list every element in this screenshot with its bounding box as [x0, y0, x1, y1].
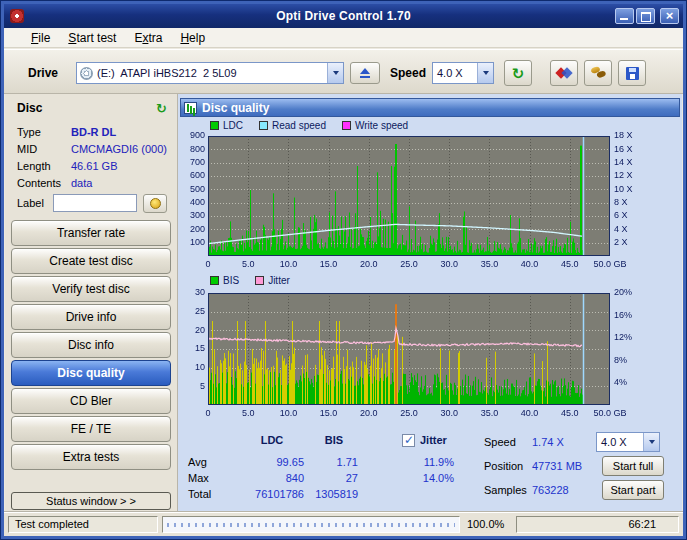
stat-max-bis: 27	[310, 472, 358, 484]
menu-item-start-test[interactable]: Start test	[59, 29, 125, 47]
disc-header-label: Disc	[17, 101, 42, 115]
drive-combo-arrow[interactable]	[327, 63, 343, 83]
jitter-checkbox-label: Jitter	[420, 434, 447, 446]
speed-row-label: Speed	[484, 436, 516, 448]
window-controls	[615, 8, 679, 24]
legend-item-ldc: LDC	[210, 120, 243, 131]
start-part-button[interactable]: Start part	[602, 480, 664, 500]
jitter-checkbox[interactable]	[402, 434, 415, 447]
disc-quality-panel: Disc quality LDC Read speed Write speed	[177, 94, 682, 513]
test-speed-arrow[interactable]	[643, 433, 659, 451]
menu-item-help[interactable]: Help	[171, 29, 214, 47]
info-label: Contents	[17, 177, 61, 189]
legend-item-read-speed: Read speed	[259, 120, 326, 131]
disc-refresh-icon[interactable]: ↻	[156, 102, 167, 115]
save-icon	[626, 67, 639, 80]
stat-row-label: Total	[188, 488, 211, 500]
app-window: Opti Drive Control 1.70 File Start test …	[0, 0, 687, 540]
minimize-button[interactable]	[615, 8, 634, 24]
chart-icon	[184, 102, 197, 114]
test-speed-select[interactable]: 4.0 X	[596, 432, 660, 452]
sidebar-item-transfer-rate[interactable]: Transfer rate	[11, 220, 171, 246]
speed-combo-value: 4.0 X	[433, 67, 463, 79]
eject-button[interactable]	[350, 62, 380, 84]
samples-value: 763228	[532, 484, 569, 496]
ldc-read-speed-chart	[180, 132, 680, 272]
position-row-label: Position	[484, 460, 523, 472]
bis-swatch-icon	[210, 276, 219, 285]
main-area: Disc ↻ Type BD-R DL MID CMCMAGDI6 (000) …	[5, 94, 682, 513]
jitter-swatch-icon	[255, 276, 264, 285]
stat-avg-ldc: 99.65	[240, 456, 304, 468]
speed-combo-arrow[interactable]	[477, 63, 493, 83]
position-value: 47731 MB	[532, 460, 582, 472]
stat-row-label: Avg	[188, 456, 207, 468]
read-speed-swatch-icon	[259, 121, 268, 130]
info-value: 46.61 GB	[71, 160, 117, 172]
chart2-legend: BIS Jitter	[210, 275, 290, 286]
sidebar-item-disc-info[interactable]: Disc info	[11, 332, 171, 358]
menu-item-extra[interactable]: Extra	[125, 29, 171, 47]
label-input[interactable]	[53, 194, 137, 212]
chart1-legend: LDC Read speed Write speed	[210, 120, 408, 131]
sidebar: Disc ↻ Type BD-R DL MID CMCMAGDI6 (000) …	[5, 94, 177, 513]
info-label: MID	[17, 143, 37, 155]
sidebar-item-fe-te[interactable]: FE / TE	[11, 416, 171, 442]
menubar: File Start test Extra Help	[4, 28, 683, 48]
stat-total-bis: 1305819	[310, 488, 358, 500]
info-row-contents: Contents data	[5, 177, 177, 192]
speed-label: Speed	[390, 66, 426, 80]
bis-jitter-chart	[180, 289, 680, 421]
eject-icon	[359, 68, 371, 79]
stat-max-jitter: 14.0%	[402, 472, 454, 484]
test-speed-value: 4.0 X	[597, 436, 627, 448]
client-area: Opti Drive Control 1.70 File Start test …	[4, 4, 683, 536]
window-title: Opti Drive Control 1.70	[4, 9, 683, 23]
disc-section-header: Disc ↻	[11, 98, 171, 118]
speed-combobox[interactable]: 4.0 X	[432, 62, 494, 84]
sidebar-item-drive-info[interactable]: Drive info	[11, 304, 171, 330]
save-button[interactable]	[618, 60, 646, 86]
beans-icon	[590, 66, 606, 80]
sidebar-item-extra-tests[interactable]: Extra tests	[11, 444, 171, 470]
donate-button[interactable]	[584, 60, 612, 86]
drive-combo-value: (E:) ATAPI iHBS212 2 5L09	[93, 67, 237, 79]
info-row-type: Type BD-R DL	[5, 126, 177, 141]
support-button[interactable]	[550, 60, 578, 86]
legend-item-write-speed: Write speed	[342, 120, 408, 131]
write-label-button[interactable]	[143, 194, 167, 213]
legend-item-bis: BIS	[210, 275, 239, 286]
close-button[interactable]	[660, 8, 679, 24]
stat-row-label: Max	[188, 472, 209, 484]
chevron-down-icon	[649, 440, 655, 444]
ldc-swatch-icon	[210, 121, 219, 130]
legend-label: LDC	[223, 120, 243, 131]
sidebar-item-verify-test-disc[interactable]: Verify test disc	[11, 276, 171, 302]
legend-label: Jitter	[268, 275, 290, 286]
stats-area: LDC BIS Jitter Avg 99.65 1.71 11.9% Max …	[180, 432, 680, 510]
menu-item-file[interactable]: File	[22, 29, 59, 47]
info-row-length: Length 46.61 GB	[5, 160, 177, 175]
refresh-icon: ↻	[512, 66, 525, 81]
maximize-button[interactable]	[636, 8, 655, 24]
sidebar-item-disc-quality[interactable]: Disc quality	[11, 360, 171, 386]
status-window-button[interactable]: Status window > >	[11, 492, 171, 510]
info-value: CMCMAGDI6 (000)	[71, 143, 167, 155]
titlebar: Opti Drive Control 1.70	[4, 4, 683, 28]
refresh-drives-button[interactable]: ↻	[504, 60, 532, 86]
progress-percent: 100.0%	[467, 518, 504, 530]
write-speed-swatch-icon	[342, 121, 351, 130]
chevron-down-icon	[333, 71, 339, 75]
sidebar-item-create-test-disc[interactable]: Create test disc	[11, 248, 171, 274]
toolbar: Drive (E:) ATAPI iHBS212 2 5L09 Speed 4.…	[4, 49, 683, 94]
disc-icon	[80, 67, 93, 80]
stat-total-ldc: 76101786	[240, 488, 304, 500]
start-full-button[interactable]: Start full	[602, 456, 664, 476]
panel-title: Disc quality	[202, 101, 269, 115]
label-field-label: Label	[17, 197, 44, 209]
sidebar-item-cd-bler[interactable]: CD Bler	[11, 388, 171, 414]
drive-combobox[interactable]: (E:) ATAPI iHBS212 2 5L09	[76, 62, 344, 84]
status-text: Test completed	[8, 516, 158, 533]
info-label: Type	[17, 126, 41, 138]
progress-fill	[167, 523, 455, 527]
